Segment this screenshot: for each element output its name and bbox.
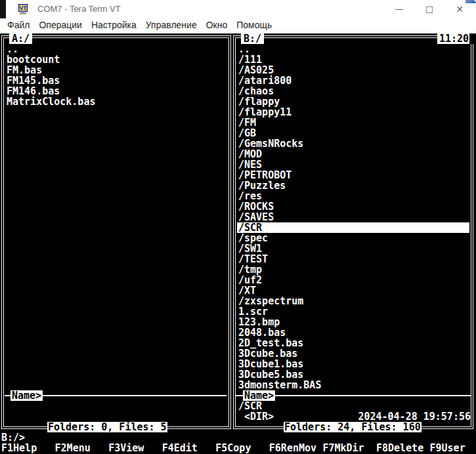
right-file-entry[interactable]: /PETROBOT: [237, 170, 469, 180]
right-file-entry[interactable]: 3dmonsterm.BAS: [237, 380, 469, 390]
right-file-entry[interactable]: /ROCKS: [237, 201, 469, 212]
right-file-entry[interactable]: /GB: [237, 128, 469, 138]
right-file-entry[interactable]: /uf2: [237, 275, 469, 285]
fnkey-f9user[interactable]: F9User: [430, 443, 465, 453]
window-controls: — □ ✕: [384, 0, 475, 18]
fnkey-f3view[interactable]: F3View: [108, 443, 144, 453]
right-file-entry[interactable]: 3Dcube.bas: [237, 348, 469, 359]
titlebar: VT COM7 - Tera Term VT — □ ✕: [0, 0, 476, 18]
right-file-entry[interactable]: 2048.bas: [237, 327, 469, 338]
selected-file-type: <DIR>: [244, 411, 274, 422]
right-panel-name-separator: Name>: [235, 390, 471, 401]
terminal-screen: A:/ B:/ 11:20 ..bootcountFM.basFM145.bas…: [0, 33, 476, 454]
right-file-entry[interactable]: 2D_test.bas: [237, 338, 469, 348]
svg-text:VT: VT: [20, 5, 28, 11]
fnkey-f7mkdir[interactable]: F7MkDir: [322, 443, 364, 453]
desktop-corner: [0, 0, 6, 18]
vt-terminal-icon[interactable]: VT: [18, 4, 30, 14]
right-file-entry[interactable]: 3Dcube5.bas: [237, 369, 469, 380]
right-file-entry[interactable]: 1.scr: [237, 306, 469, 317]
selected-file-name: /SCR: [237, 401, 469, 411]
left-panel-name-separator: Name>: [5, 390, 227, 401]
fnkey-f4edit[interactable]: F4Edit: [162, 443, 198, 453]
menu-item-4[interactable]: Управление: [141, 18, 202, 33]
right-file-entry[interactable]: /TEST: [237, 254, 469, 264]
right-panel-name-filter[interactable]: Name>: [243, 390, 275, 401]
right-file-entry[interactable]: /GemsNRocks: [237, 138, 469, 149]
minimize-icon[interactable]: —: [384, 0, 414, 18]
right-file-entry[interactable]: /XT: [237, 285, 469, 296]
right-file-entry[interactable]: /tmp: [237, 264, 469, 275]
fnkey-f2menu[interactable]: F2Menu: [55, 443, 91, 453]
fnkey-f5copy[interactable]: F5Copy: [215, 443, 251, 453]
right-file-entry[interactable]: /SCR: [237, 222, 469, 233]
left-file-entry[interactable]: FM145.bas: [5, 75, 226, 86]
fnkey-f1help[interactable]: F1Help: [1, 443, 37, 453]
left-file-entry[interactable]: ..: [5, 44, 226, 54]
right-file-entry[interactable]: /SAVES: [237, 212, 469, 222]
left-panel-name-filter[interactable]: Name>: [11, 390, 43, 401]
menu-item-3[interactable]: Настройка: [87, 18, 141, 33]
right-file-entry[interactable]: /atari800: [237, 75, 469, 86]
menu-item-2[interactable]: Операции: [34, 18, 87, 33]
right-file-entry[interactable]: /res: [237, 191, 469, 201]
right-file-entry[interactable]: /flappy: [237, 96, 469, 107]
left-panel-status: Folders: 0, Files: 5: [47, 422, 167, 432]
corner-mask: [469, 33, 476, 44]
right-panel-file-list: ../111/AS025/atari800/chaos/flappy/flapp…: [237, 44, 469, 390]
fnkey-f8delete[interactable]: F8Delete: [376, 443, 423, 453]
right-file-entry[interactable]: /chaos: [237, 86, 469, 96]
left-file-entry[interactable]: FM146.bas: [5, 86, 226, 96]
right-file-entry[interactable]: /MOD: [237, 149, 469, 159]
right-file-entry[interactable]: /111: [237, 54, 469, 65]
menu-item-6[interactable]: Помощь: [232, 18, 276, 33]
right-file-entry[interactable]: /flappy11: [237, 107, 469, 117]
right-file-entry[interactable]: /AS025: [237, 65, 469, 75]
right-file-entry[interactable]: 123.bmp: [237, 317, 469, 327]
close-icon[interactable]: ✕: [444, 0, 475, 18]
right-file-entry[interactable]: /Puzzles: [237, 180, 469, 191]
left-file-entry[interactable]: bootcount: [5, 54, 226, 65]
left-file-entry[interactable]: MatrixClock.bas: [5, 96, 226, 107]
left-panel-drive-label: A:/: [9, 33, 32, 44]
menu-item-5[interactable]: Окно: [202, 18, 232, 33]
selected-file-info: <DIR> 2024-04-28 19:57:56: [237, 411, 471, 422]
right-panel-drive-label: B:/: [241, 33, 264, 44]
right-file-entry[interactable]: ..: [237, 44, 469, 54]
window-title: COM7 - Tera Term VT: [37, 0, 121, 18]
left-file-entry[interactable]: FM.bas: [5, 65, 226, 75]
right-file-entry[interactable]: /SW1: [237, 243, 469, 254]
menu-item-1[interactable]: Файл: [3, 18, 34, 33]
right-file-entry[interactable]: 3Dcube1.bas: [237, 359, 469, 369]
maximize-icon[interactable]: □: [414, 0, 444, 18]
function-key-bar: F1HelpF2MenuF3ViewF4EditF5CopyF6RenMovF7…: [0, 443, 476, 453]
left-panel-file-list: ..bootcountFM.basFM145.basFM146.basMatri…: [5, 44, 226, 107]
menubar: ФайлОперацииНастройкаУправлениеОкноПомощ…: [0, 18, 476, 33]
right-file-entry[interactable]: /FM: [237, 117, 469, 128]
fnkey-f6renmov[interactable]: F6RenMov: [269, 443, 316, 453]
right-panel-status: Folders: 24, Files: 160: [284, 422, 422, 432]
selected-file-datetime: 2024-04-28 19:57:56: [358, 411, 471, 422]
command-prompt[interactable]: B:/>: [1, 432, 25, 443]
right-file-entry[interactable]: /spec: [237, 233, 469, 243]
clock: 11:20: [437, 33, 471, 44]
right-file-entry[interactable]: /NES: [237, 159, 469, 170]
right-file-entry[interactable]: /zxspectrum: [237, 296, 469, 306]
